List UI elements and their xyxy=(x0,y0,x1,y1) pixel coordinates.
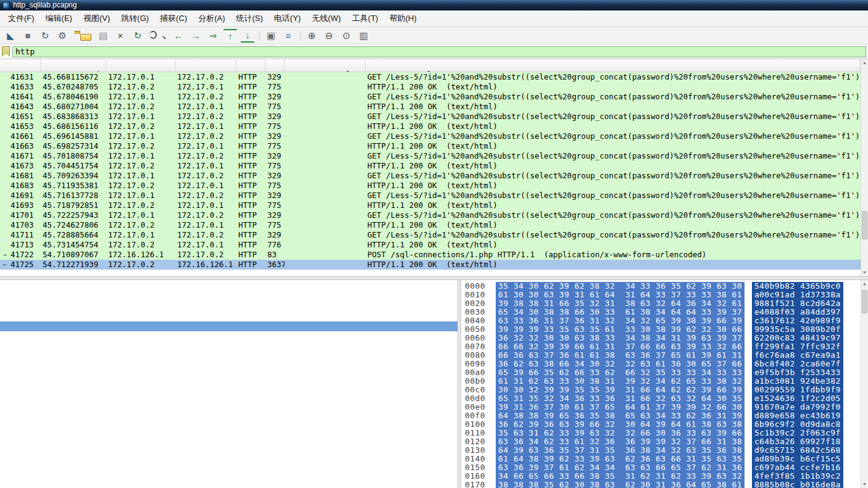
zoom-100-icon[interactable]: ⊙ xyxy=(340,29,353,43)
title-bar[interactable]: http_sqlilab.pcapng xyxy=(0,0,868,10)
previous-packet-icon[interactable]: ← xyxy=(172,29,185,43)
menu-capture[interactable]: 捕获(C) xyxy=(154,10,193,27)
hex-bytes[interactable]: 64 38 38 39 65 36 35 38 65 63 34 33 62 3… xyxy=(496,411,745,420)
col-destination[interactable]: Destination xyxy=(175,59,236,72)
hex-ascii-bytes[interactable]: 540b9b82 4365b9c0 xyxy=(752,282,843,291)
hex-row[interactable]: 0130 64 39 63 36 35 37 31 35 36 38 34 32… xyxy=(465,446,861,455)
hex-bytes[interactable]: 66 66 32 39 39 66 61 31 37 66 66 63 39 3… xyxy=(496,342,745,351)
zoom-out-icon[interactable]: ⊖ xyxy=(322,29,336,43)
next-packet-icon[interactable]: → xyxy=(189,29,202,43)
detail-ip[interactable]: ▷Internet Protocol Version 4, Src: 172.1… xyxy=(0,302,457,312)
col-info[interactable]: Info xyxy=(365,59,861,72)
packet-row[interactable]: 41703 45.724627806 172.17.0.2 172.17.0.1… xyxy=(0,220,861,230)
hex-ascii-bytes[interactable]: e1524636 1f2c2d05 xyxy=(752,394,843,403)
capture-options-icon[interactable]: ⚙ xyxy=(56,29,69,43)
packet-row[interactable]: 41671 45.701808754 172.17.0.1 172.17.0.2… xyxy=(0,151,861,161)
hex-ascii-bytes[interactable]: 6b96c9f2 0d9da8c8 xyxy=(752,420,843,429)
menu-wireless[interactable]: 无线(W) xyxy=(306,10,346,27)
detail-frame[interactable]: ▷Frame 41725: 3637 bytes on wire (29096 … xyxy=(0,282,457,292)
packet-row[interactable]: 41663 45.698257314 172.17.0.2 172.17.0.1… xyxy=(0,141,861,151)
packet-row[interactable]: → 41722 54.710897067 172.16.126.1 172.17… xyxy=(0,250,861,260)
hex-row[interactable]: 0030 65 34 30 38 38 66 30 33 61 38 34 64… xyxy=(465,308,861,316)
hex-bytes[interactable]: 39 31 36 37 30 61 37 65 64 61 37 39 39 3… xyxy=(496,403,745,411)
stop-capture-icon[interactable]: ■ xyxy=(21,29,35,43)
packet-row[interactable]: 41631 45.668115672 172.17.0.1 172.17.0.2… xyxy=(0,72,861,82)
hex-row[interactable]: 0090 36 62 63 38 66 34 30 32 32 63 61 36… xyxy=(465,360,861,368)
goto-packet-icon[interactable]: ⇒ xyxy=(206,29,220,43)
hex-ascii-bytes[interactable]: d9c65715 6842c568 xyxy=(752,446,843,455)
scroll-down-icon[interactable]: ▼ xyxy=(862,269,867,276)
hex-ascii-bytes[interactable]: c64b3a26 69927f18 xyxy=(752,437,843,446)
hex-bytes[interactable]: 64 39 63 36 35 37 31 35 36 38 34 32 63 3… xyxy=(496,446,745,455)
hex-row[interactable]: 00c0 30 30 32 39 39 35 35 39 31 66 64 62… xyxy=(465,386,861,394)
scroll-down-icon[interactable]: ▼ xyxy=(863,481,866,488)
scroll-up-icon[interactable]: ▲ xyxy=(863,280,866,287)
hex-row[interactable]: 0060 36 32 32 30 30 63 38 33 34 38 34 31… xyxy=(465,334,861,342)
menu-telephony[interactable]: 电话(Y) xyxy=(269,10,306,27)
col-time[interactable]: Time xyxy=(41,59,106,72)
display-filter-input[interactable] xyxy=(12,46,866,57)
detail-ethernet[interactable]: ▷Ethernet II, Src: 02:42:ac:11:00:02 (02… xyxy=(0,292,457,302)
menu-help[interactable]: 帮助(H) xyxy=(384,10,422,27)
hex-ascii-bytes[interactable]: 8885b08c b016de8a xyxy=(752,481,843,488)
col-leftover-capture[interactable]: Leftover Captu xyxy=(285,59,365,72)
scrollbar-thumb[interactable] xyxy=(862,211,867,239)
hex-bytes[interactable]: 63 36 34 62 33 61 32 36 36 39 39 32 37 6… xyxy=(496,437,745,446)
hex-ascii-bytes[interactable]: 99935c5a 3089b20f xyxy=(752,325,843,334)
hex-ascii-bytes[interactable]: 9881f521 8c2d642a xyxy=(752,299,843,308)
hex-bytes[interactable]: 36 32 32 30 30 63 38 33 34 38 34 31 39 6… xyxy=(496,334,745,342)
close-file-icon[interactable]: × xyxy=(114,29,127,43)
packet-row[interactable]: 41653 45.686156116 172.17.0.2 172.17.0.1… xyxy=(0,122,861,131)
hex-row[interactable]: 0140 61 64 38 39 62 33 39 63 62 36 63 66… xyxy=(465,455,861,463)
first-packet-icon[interactable]: ↑ xyxy=(223,29,237,43)
hex-bytes[interactable]: 35 34 30 62 39 62 38 32 34 33 36 35 62 3… xyxy=(496,282,745,291)
zoom-in-icon[interactable]: ⊕ xyxy=(305,29,319,43)
hex-ascii-bytes[interactable]: 91670a7e da7992f0 xyxy=(752,403,843,411)
packet-row[interactable]: 41651 45.683868313 172.17.0.1 172.17.0.2… xyxy=(0,112,861,122)
reload-file-icon[interactable]: ↻ xyxy=(131,29,144,43)
hex-bytes[interactable]: 63 33 36 31 37 36 31 32 34 32 65 39 38 3… xyxy=(496,316,745,325)
hex-bytes[interactable]: 65 31 35 32 34 36 33 36 31 66 32 63 32 6… xyxy=(496,394,745,403)
hex-ascii-bytes[interactable]: ad89b39c b6cf15c5 xyxy=(752,455,843,463)
hex-row[interactable]: 0000 35 34 30 62 39 62 38 32 34 33 36 35… xyxy=(465,282,861,291)
autoscroll-icon[interactable]: ▣ xyxy=(264,29,278,43)
scroll-up-icon[interactable]: ▲ xyxy=(862,59,867,67)
hex-ascii-bytes[interactable]: a1bc3081 924be382 xyxy=(752,377,843,386)
hex-bytes[interactable]: 34 66 65 66 33 66 38 35 31 62 31 62 33 3… xyxy=(496,472,745,481)
hex-ascii-bytes[interactable]: d889e658 ec43b619 xyxy=(752,411,843,420)
hex-bytes[interactable]: 39 39 39 33 35 63 35 61 33 30 38 39 62 3… xyxy=(496,325,745,334)
packet-row[interactable]: ← 41725 54.712271939 172.17.0.2 172.16.1… xyxy=(0,260,861,270)
hex-bytes[interactable]: 61 30 30 63 39 31 61 64 31 64 33 37 33 3… xyxy=(496,291,745,299)
col-no[interactable]: No. xyxy=(0,59,41,72)
menu-file[interactable]: 文件(F) xyxy=(2,10,40,27)
hex-row[interactable]: 00d0 65 31 35 32 34 36 33 36 31 66 32 63… xyxy=(465,394,861,403)
hex-row[interactable]: 00e0 39 31 36 37 30 61 37 65 64 61 37 39… xyxy=(465,403,861,411)
packet-row[interactable]: 41661 45.696145881 172.17.0.1 172.17.0.2… xyxy=(0,131,861,141)
col-length[interactable]: Leng xyxy=(265,59,285,72)
menu-statistics[interactable]: 统计(S) xyxy=(230,10,268,27)
detail-tcp[interactable]: ▷Transmission Control Protocol, Src Port… xyxy=(0,312,457,321)
hex-ascii-bytes[interactable]: 4fef3f85 1b1b39c2 xyxy=(752,472,843,481)
packet-row[interactable]: 41673 45.704451754 172.17.0.2 172.17.0.1… xyxy=(0,161,861,171)
hex-row[interactable]: 0010 61 30 30 63 39 31 61 64 31 64 33 37… xyxy=(465,291,861,299)
hex-row[interactable]: 0160 34 66 65 66 33 66 38 35 31 62 31 62… xyxy=(465,472,861,481)
packet-row[interactable]: 41683 45.711935381 172.17.0.2 172.17.0.1… xyxy=(0,181,861,191)
hex-ascii-bytes[interactable]: e9f5bf3b f2533433 xyxy=(752,368,843,377)
detail-text-line[interactable]: [truncated]540b9b824365b9c0a00c91ad1d373… xyxy=(0,341,457,351)
hex-ascii-bytes[interactable]: 62200c83 48419c97 xyxy=(752,334,843,342)
menu-go[interactable]: 跳转(G) xyxy=(115,10,154,27)
hex-row[interactable]: 0150 63 36 39 37 61 62 34 34 63 63 66 65… xyxy=(465,463,861,472)
hex-bytes[interactable]: 61 64 38 39 62 33 39 63 62 36 63 66 31 3… xyxy=(496,455,745,463)
hex-row[interactable]: 0110 35 63 31 62 33 39 63 32 32 66 30 36… xyxy=(465,429,861,437)
hex-pane-scrollbar[interactable]: ▲ ▼ xyxy=(861,280,868,488)
colorize-icon[interactable]: ≡ xyxy=(282,29,295,43)
hex-bytes[interactable]: 61 31 62 63 33 30 38 31 39 32 34 62 65 3… xyxy=(496,377,745,386)
hex-row[interactable]: 0040 63 33 36 31 37 36 31 32 34 32 65 39… xyxy=(465,316,861,325)
hex-row[interactable]: 0170 38 38 38 35 62 30 38 63 62 30 31 36… xyxy=(465,481,861,488)
hex-ascii-bytes[interactable]: f6c76aa8 c67ea9a1 xyxy=(752,351,843,360)
hex-row[interactable]: 0120 63 36 34 62 33 61 32 36 36 39 39 32… xyxy=(465,437,861,446)
resize-columns-icon[interactable]: ▥ xyxy=(357,29,370,43)
hex-bytes[interactable]: 35 63 31 62 33 39 63 32 32 66 30 36 33 6… xyxy=(496,429,745,437)
col-protocol[interactable]: Protc xyxy=(236,59,265,72)
hex-bytes[interactable]: 36 62 63 38 66 34 30 32 32 63 61 36 30 6… xyxy=(496,360,745,368)
